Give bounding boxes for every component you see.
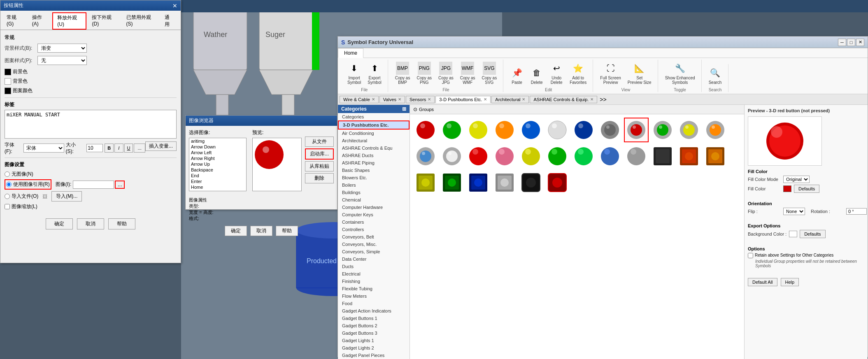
img-help-btn[interactable]: 帮助	[276, 226, 298, 236]
cat-finishing[interactable]: Finishing	[338, 278, 410, 285]
tab-disabled-view[interactable]: 已禁用外观(S)	[122, 12, 159, 30]
tab-wire-cable[interactable]: Wire & Cable ✕	[340, 96, 379, 103]
fill-color-mode-select[interactable]: Original	[783, 176, 810, 183]
symbol-metal-yellow-btn[interactable]	[677, 118, 701, 142]
insert-var-btn[interactable]: 插入变量...	[145, 141, 177, 151]
fill-color-swatch[interactable]	[783, 185, 791, 192]
cat-ashrae-piping[interactable]: ASHRAE Piping	[338, 159, 410, 167]
import-symbol-btn[interactable]: ⬇ ImportSymbol	[344, 60, 364, 87]
close-ashrae-controls[interactable]: ✕	[590, 97, 593, 102]
copy-svg-btn[interactable]: SVG Copy asSVG	[479, 60, 500, 87]
sf-maximize-btn[interactable]: □	[847, 39, 855, 46]
symbol-green-btn-1[interactable]	[440, 118, 464, 142]
symbol-metal-blue-btn[interactable]	[413, 144, 438, 169]
copy-wmf-btn[interactable]: WMF Copy asWMF	[457, 60, 478, 87]
close-3d-pushbuttons[interactable]: ✕	[484, 97, 487, 102]
symbol-yellow-btn-1[interactable]	[466, 118, 491, 142]
flip-select[interactable]: None	[783, 208, 805, 215]
symbol-sq-red[interactable]	[677, 144, 701, 169]
tab-3d-pushbuttons[interactable]: 3-D Pushbuttons Etc. ✕	[435, 96, 491, 103]
symbol-metal-green-btn[interactable]	[650, 118, 675, 142]
no-image-radio[interactable]	[5, 171, 10, 177]
copy-bmp-btn[interactable]: BMP Copy asBMP	[392, 60, 413, 87]
symbol-metal-white-btn[interactable]	[440, 144, 464, 169]
cat-computer-keys[interactable]: Computer Keys	[338, 211, 410, 218]
cat-gadget-btn1[interactable]: Gadget Buttons 1	[338, 315, 410, 322]
delete-btn[interactable]: 删除	[305, 173, 334, 183]
import-btn[interactable]: 导入(M)...	[51, 191, 82, 202]
add-favorites-btn[interactable]: ⭐ Add toFavorites	[567, 60, 589, 87]
fill-defaults-btn[interactable]: Defaults	[794, 185, 819, 193]
symbol-metal-red-btn[interactable]	[624, 118, 649, 142]
cat-conveyors-misc[interactable]: Conveyors, Misc.	[338, 241, 410, 248]
img-listbox[interactable]: aritimg Arrow Down Arrow Left Arrow Righ…	[189, 138, 247, 191]
list-item-arrow-up[interactable]: Arrow Up	[189, 161, 246, 167]
use-image-ref-radio[interactable]	[6, 182, 12, 187]
export-defaults-btn[interactable]: Defaults	[800, 230, 825, 238]
cat-blowers[interactable]: Blowers Etc.	[338, 174, 410, 181]
tab-general2[interactable]: 通用	[160, 12, 178, 30]
cat-buildings[interactable]: Buildings	[338, 189, 410, 196]
image-zoom-checkbox[interactable]	[5, 204, 10, 209]
font-more-btn[interactable]: ...	[134, 144, 145, 153]
close-sensors[interactable]: ✕	[428, 97, 431, 102]
symbol-red-btn-1[interactable]	[413, 118, 438, 142]
tab-architectural[interactable]: Architectural ✕	[491, 96, 529, 103]
symbol-big-pink-2[interactable]	[492, 144, 517, 169]
sf-help-btn[interactable]: Help	[781, 278, 799, 286]
cat-boilers[interactable]: Boilers	[338, 181, 410, 189]
cat-gadget-panel[interactable]: Gadget Panel Pieces	[338, 352, 410, 359]
symbol-darkblue-btn-1[interactable]	[571, 118, 596, 142]
symbol-metal-gray-btn[interactable]	[598, 118, 622, 142]
default-all-btn[interactable]: Default All	[748, 278, 777, 286]
image-input[interactable]	[73, 181, 114, 189]
tabs-more-btn[interactable]: >>	[600, 96, 606, 103]
symbol-sq-yellow[interactable]	[413, 170, 438, 195]
cat-gadget-action[interactable]: Gadget Action Indicators	[338, 307, 410, 315]
cancel-btn[interactable]: 取消	[77, 218, 104, 229]
symbol-sq-green[interactable]	[440, 170, 464, 195]
cat-food[interactable]: Food	[338, 300, 410, 307]
tab-general[interactable]: 常规(G)	[2, 12, 27, 30]
close-valves[interactable]: ✕	[398, 97, 401, 102]
list-item-home[interactable]: Home	[189, 184, 246, 190]
font-select[interactable]: 宋体	[23, 144, 64, 153]
symbol-sq-black[interactable]	[650, 144, 675, 169]
symbol-sq-white[interactable]	[492, 170, 517, 195]
tab-valves[interactable]: Valves ✕	[379, 96, 405, 103]
undo-delete-btn[interactable]: ↩ UndoDelete	[547, 60, 566, 87]
symbol-big-gray-2[interactable]	[624, 144, 649, 169]
underline-btn[interactable]: U	[124, 144, 133, 153]
tab-sensors[interactable]: Sensors ✕	[406, 96, 435, 103]
symbol-sq2-black[interactable]	[519, 170, 543, 195]
close-wire-cable[interactable]: ✕	[372, 97, 375, 102]
ribbon-tab-home[interactable]: Home	[338, 48, 363, 58]
list-item-arrow-right[interactable]: Arrow Right	[189, 155, 246, 161]
cat-ducts[interactable]: Ducts	[338, 263, 410, 270]
symbol-sq-blue[interactable]	[466, 170, 491, 195]
export-symbol-btn[interactable]: ⬆ ExportSymbol	[365, 60, 384, 87]
show-enhanced-btn[interactable]: 🔧 Show EnhancedSymbols	[662, 60, 698, 87]
delete-btn[interactable]: 🗑 Delete	[527, 64, 546, 87]
rotation-input[interactable]	[846, 208, 867, 215]
list-item-pagedown[interactable]: Page Down	[189, 190, 246, 191]
cat-gadget-btn2[interactable]: Gadget Buttons 2	[338, 322, 410, 329]
symbol-sq-orange[interactable]	[703, 144, 728, 169]
cat-conveyors-belt[interactable]: Conveyors, Belt	[338, 233, 410, 241]
symbol-big-green2-2[interactable]	[571, 144, 596, 169]
label-textarea[interactable]: miXER MANUAL START	[5, 110, 177, 139]
symbol-big-blue-2[interactable]	[598, 144, 622, 169]
cat-3d-pushbuttons[interactable]: 3-D Pushbuttons Etc.	[338, 120, 410, 130]
tab-action[interactable]: 操作(A)	[28, 12, 52, 30]
list-item-arrow-left[interactable]: Arrow Left	[189, 150, 246, 155]
cat-all[interactable]: Categories	[338, 113, 410, 120]
close-architectural[interactable]: ✕	[522, 97, 525, 102]
symbol-orange-btn-1[interactable]	[492, 118, 517, 142]
font-size-input[interactable]	[86, 144, 103, 152]
copy-jpg-btn[interactable]: JPG Copy asJPG	[435, 60, 456, 87]
symbol-big-red-2[interactable]	[466, 144, 491, 169]
tab-press-view[interactable]: 按下外观(D)	[87, 12, 121, 30]
list-item-enter[interactable]: Enter	[189, 178, 246, 184]
symbol-big-green-2[interactable]	[545, 144, 570, 169]
symbol-sq2-red[interactable]	[545, 170, 570, 195]
